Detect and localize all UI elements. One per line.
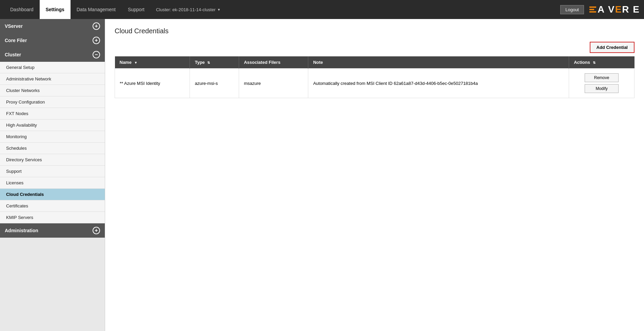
- sidebar-item-directory-services[interactable]: Directory Services: [0, 154, 105, 166]
- avere-logo: A VE R E: [589, 4, 640, 15]
- logo-text-re: R E: [622, 4, 640, 15]
- remove-button[interactable]: Remove: [585, 73, 619, 82]
- col-header-associated-filers: Associated Filers: [239, 56, 308, 69]
- tab-settings[interactable]: Settings: [40, 0, 71, 19]
- table-row: ** Azure MSI Identity azure-msi-s msazur…: [115, 69, 635, 98]
- cluster-label: Cluster: ek-2018-11-14-cluster: [156, 7, 216, 12]
- name-sort-icon[interactable]: ▼: [134, 61, 138, 65]
- avere-bars-icon: [589, 6, 596, 13]
- topbar: Dashboard Settings Data Management Suppo…: [0, 0, 644, 19]
- core-filer-expand-icon: +: [93, 37, 100, 44]
- sidebar-item-support[interactable]: Support: [0, 166, 105, 177]
- cell-associated-filers: msazure: [239, 69, 308, 98]
- sidebar-section-vserver[interactable]: VServer +: [0, 19, 105, 33]
- tab-dashboard[interactable]: Dashboard: [4, 0, 40, 19]
- sidebar-section-vserver-label: VServer: [5, 23, 23, 29]
- main-layout: VServer + Core Filer + Cluster − General…: [0, 19, 644, 331]
- cluster-selector[interactable]: Cluster: ek-2018-11-14-cluster ▼: [156, 0, 220, 19]
- table-header-row: Name ▼ Type ⇅ Associated Filers Note Act: [115, 56, 635, 69]
- topbar-right: Logout A VE R E: [560, 4, 640, 15]
- sidebar-item-licenses[interactable]: Licenses: [0, 177, 105, 189]
- cell-name: ** Azure MSI Identity: [115, 69, 190, 98]
- sidebar-section-core-filer-label: Core Filer: [5, 38, 27, 43]
- cell-note: Automatically created from MSI Client ID…: [308, 69, 569, 98]
- sidebar-section-administration-label: Administration: [5, 228, 38, 233]
- logout-button[interactable]: Logout: [560, 5, 584, 14]
- cluster-dropdown-icon: ▼: [217, 8, 221, 12]
- col-header-name: Name ▼: [115, 56, 190, 69]
- sidebar-item-general-setup[interactable]: General Setup: [0, 62, 105, 73]
- cluster-collapse-icon: −: [93, 51, 100, 58]
- modify-button[interactable]: Modify: [585, 84, 619, 93]
- sidebar-item-cluster-networks[interactable]: Cluster Networks: [0, 85, 105, 96]
- col-header-note: Note: [308, 56, 569, 69]
- type-sort-icon[interactable]: ⇅: [207, 61, 210, 65]
- content-area: Cloud Credentials Add Credential Name ▼ …: [105, 19, 644, 331]
- sidebar-section-core-filer[interactable]: Core Filer +: [0, 33, 105, 48]
- actions-sort-icon[interactable]: ⇅: [593, 61, 596, 65]
- nav-tabs: Dashboard Settings Data Management Suppo…: [4, 0, 220, 19]
- tab-data-management[interactable]: Data Management: [71, 0, 122, 19]
- sidebar-section-administration[interactable]: Administration +: [0, 223, 105, 238]
- administration-expand-icon: +: [93, 227, 100, 234]
- logo-text-av: A V: [598, 4, 615, 15]
- sidebar-item-kmip-servers[interactable]: KMIP Servers: [0, 212, 105, 223]
- add-credential-button[interactable]: Add Credential: [590, 42, 635, 53]
- logo-text-e: E: [615, 4, 622, 15]
- sidebar-item-certificates[interactable]: Certificates: [0, 200, 105, 212]
- sidebar-item-high-availability[interactable]: High Availability: [0, 119, 105, 131]
- cell-actions: Remove Modify: [569, 69, 635, 98]
- sidebar-item-schedules[interactable]: Schedules: [0, 143, 105, 154]
- sidebar-item-cloud-credentials[interactable]: Cloud Credentials: [0, 189, 105, 200]
- credentials-table: Name ▼ Type ⇅ Associated Filers Note Act: [115, 56, 635, 98]
- sidebar-item-administrative-network[interactable]: Administrative Network: [0, 73, 105, 85]
- sidebar-item-fxt-nodes[interactable]: FXT Nodes: [0, 108, 105, 119]
- vserver-expand-icon: +: [93, 22, 100, 30]
- add-credential-container: Add Credential: [115, 42, 635, 53]
- page-title: Cloud Credentials: [115, 27, 635, 35]
- sidebar-item-proxy-configuration[interactable]: Proxy Configuration: [0, 96, 105, 108]
- sidebar-section-cluster[interactable]: Cluster −: [0, 48, 105, 62]
- action-buttons-group: Remove Modify: [574, 73, 629, 93]
- sidebar: VServer + Core Filer + Cluster − General…: [0, 19, 105, 331]
- col-header-actions: Actions ⇅: [569, 56, 635, 69]
- cell-type: azure-msi-s: [190, 69, 239, 98]
- sidebar-section-cluster-label: Cluster: [5, 52, 21, 57]
- col-header-type: Type ⇅: [190, 56, 239, 69]
- tab-support[interactable]: Support: [122, 0, 151, 19]
- sidebar-item-monitoring[interactable]: Monitoring: [0, 131, 105, 143]
